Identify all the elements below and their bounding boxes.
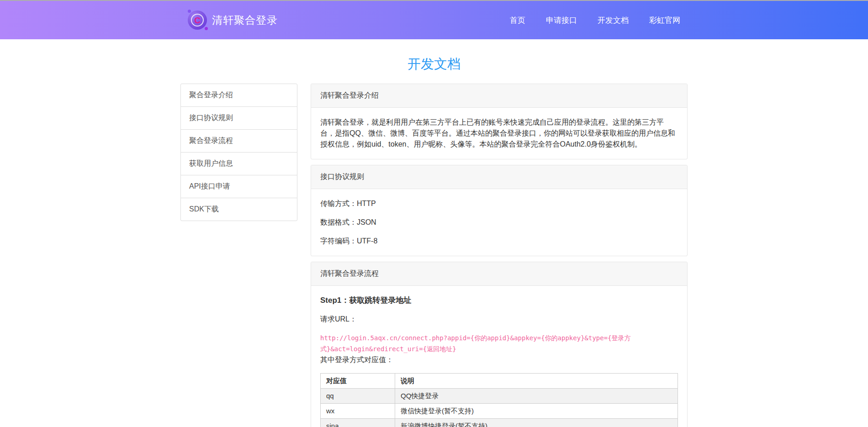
panel-login-flow-title: 清轩聚合登录流程 [311,262,687,286]
login-type-table-intro: 其中登录方式对应值： [320,354,678,365]
request-url-label: 请求URL： [320,314,678,325]
table-cell-key: qq [321,389,395,404]
docs-main: 清轩聚合登录介绍 清轩聚合登录，就是利用用户在第三方平台上已有的账号来快速完成自… [311,84,688,427]
panel-protocol-rules-body: 传输方式：HTTP 数据格式：JSON 字符编码：UTF-8 [311,189,687,256]
brand-title: 清轩聚合登录 [212,13,278,27]
panel-protocol-rules-title: 接口协议规则 [311,165,687,189]
sidebar-item-protocol-rules[interactable]: 接口协议规则 [181,107,297,130]
sidebar-item-api-apply[interactable]: API接口申请 [181,175,297,198]
table-cell-desc: QQ快捷登录 [395,389,678,404]
main-nav: 首页 申请接口 开发文档 彩虹官网 [489,15,680,26]
top-navbar: C 清轩聚合登录 首页 申请接口 开发文档 彩虹官网 [0,0,868,39]
panel-protocol-rules: 接口协议规则 传输方式：HTTP 数据格式：JSON 字符编码：UTF-8 [311,165,688,256]
table-cell-key: sina [321,419,395,427]
request-url-code: http://login.5aqx.cn/connect.php?appid={… [320,332,640,354]
table-header-desc: 说明 [395,374,678,389]
brand-logo-icon: C [188,11,207,30]
nav-item-rainbow-site[interactable]: 彩虹官网 [649,15,680,26]
panel-login-intro-title: 清轩聚合登录介绍 [311,84,687,108]
logo-orbit-dot-top [188,10,191,13]
sidebar-item-login-intro[interactable]: 聚合登录介绍 [181,84,297,107]
table-header-key: 对应值 [321,374,395,389]
panel-login-intro-body: 清轩聚合登录，就是利用用户在第三方平台上已有的账号来快速完成自己应用的登录流程。… [311,108,687,159]
panel-login-intro: 清轩聚合登录介绍 清轩聚合登录，就是利用用户在第三方平台上已有的账号来快速完成自… [311,84,688,159]
table-cell-desc: 微信快捷登录(暂不支持) [395,404,678,419]
sidebar-item-login-flow[interactable]: 聚合登录流程 [181,130,297,153]
nav-item-apply-api[interactable]: 申请接口 [546,15,577,26]
login-type-table: 对应值 说明 qq QQ快捷登录 wx 微信快捷登录(暂不支持) [320,373,678,427]
nav-item-dev-docs[interactable]: 开发文档 [598,15,629,26]
navbar-container: C 清轩聚合登录 首页 申请接口 开发文档 彩虹官网 [180,1,688,39]
table-row-wx: wx 微信快捷登录(暂不支持) [321,404,678,419]
table-header-row: 对应值 说明 [321,374,678,389]
logo-ring [191,14,204,26]
table-row-sina: sina 新浪微博快捷登录(暂不支持) [321,419,678,427]
step1-heading: Step1：获取跳转登录地址 [320,295,678,306]
protocol-format-line: 数据格式：JSON [320,217,678,228]
protocol-transport-line: 传输方式：HTTP [320,198,678,209]
content-area: 聚合登录介绍 接口协议规则 聚合登录流程 获取用户信息 API接口申请 SDK下… [180,84,688,427]
panel-login-flow: 清轩聚合登录流程 Step1：获取跳转登录地址 请求URL： http://lo… [311,262,688,427]
sidebar-item-sdk-download[interactable]: SDK下载 [181,198,297,221]
nav-item-home[interactable]: 首页 [510,15,525,26]
page-title: 开发文档 [0,55,868,74]
docs-sidebar: 聚合登录介绍 接口协议规则 聚合登录流程 获取用户信息 API接口申请 SDK下… [180,84,297,221]
protocol-encoding-line: 字符编码：UTF-8 [320,236,678,247]
sidebar-item-get-user-info[interactable]: 获取用户信息 [181,153,297,175]
brand[interactable]: C 清轩聚合登录 [188,11,278,30]
table-cell-desc: 新浪微博快捷登录(暂不支持) [395,419,678,427]
logo-orbit-dot-bottom [205,27,208,30]
intro-paragraph: 清轩聚合登录，就是利用用户在第三方平台上已有的账号来快速完成自己应用的登录流程。… [320,117,678,150]
table-cell-key: wx [321,404,395,419]
panel-login-flow-body: Step1：获取跳转登录地址 请求URL： http://login.5aqx.… [311,286,687,427]
table-row-qq: qq QQ快捷登录 [321,389,678,404]
